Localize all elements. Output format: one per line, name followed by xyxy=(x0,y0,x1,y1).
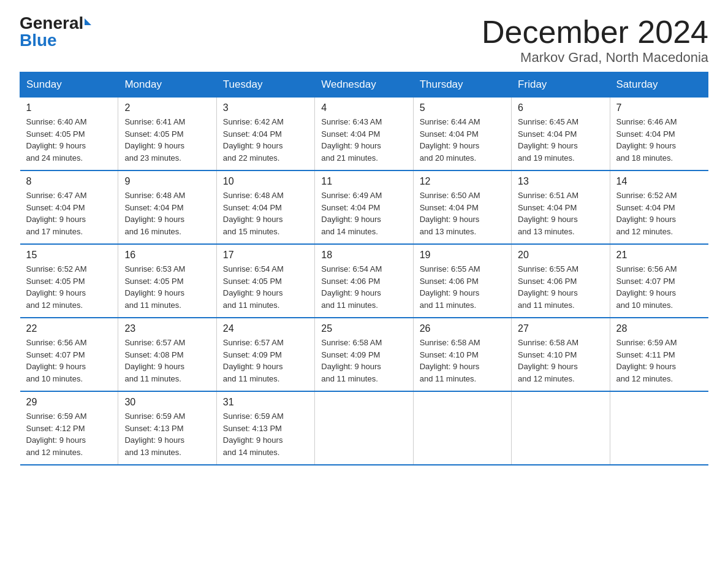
table-row: 19 Sunrise: 6:55 AM Sunset: 4:06 PM Dayl… xyxy=(413,244,511,318)
header-friday: Friday xyxy=(512,72,610,98)
logo-arrow-icon xyxy=(85,18,91,25)
day-number: 7 xyxy=(616,102,702,113)
day-number: 10 xyxy=(223,176,308,187)
day-number: 23 xyxy=(124,323,210,334)
day-info: Sunrise: 6:51 AM Sunset: 4:04 PM Dayligh… xyxy=(518,190,603,237)
table-row: 9 Sunrise: 6:48 AM Sunset: 4:04 PM Dayli… xyxy=(118,170,216,244)
table-row: 22 Sunrise: 6:56 AM Sunset: 4:07 PM Dayl… xyxy=(20,318,118,391)
header-thursday: Thursday xyxy=(413,72,511,98)
day-number: 13 xyxy=(518,176,603,187)
day-number: 27 xyxy=(518,323,603,334)
day-number: 26 xyxy=(420,323,505,334)
day-info: Sunrise: 6:55 AM Sunset: 4:06 PM Dayligh… xyxy=(518,263,603,311)
day-info: Sunrise: 6:40 AM Sunset: 4:05 PM Dayligh… xyxy=(26,116,112,164)
day-info: Sunrise: 6:44 AM Sunset: 4:04 PM Dayligh… xyxy=(420,116,505,164)
header-sunday: Sunday xyxy=(20,72,118,98)
day-number: 22 xyxy=(26,323,112,334)
day-info: Sunrise: 6:58 AM Sunset: 4:09 PM Dayligh… xyxy=(321,337,406,385)
day-info: Sunrise: 6:56 AM Sunset: 4:07 PM Dayligh… xyxy=(616,263,702,311)
day-info: Sunrise: 6:59 AM Sunset: 4:13 PM Dayligh… xyxy=(124,410,210,458)
table-row: 4 Sunrise: 6:43 AM Sunset: 4:04 PM Dayli… xyxy=(315,98,413,171)
day-number: 11 xyxy=(321,176,406,187)
day-info: Sunrise: 6:47 AM Sunset: 4:04 PM Dayligh… xyxy=(26,190,112,237)
calendar-week-row: 8 Sunrise: 6:47 AM Sunset: 4:04 PM Dayli… xyxy=(20,170,708,244)
day-number: 17 xyxy=(223,250,308,261)
table-row: 31 Sunrise: 6:59 AM Sunset: 4:13 PM Dayl… xyxy=(216,391,314,465)
table-row: 1 Sunrise: 6:40 AM Sunset: 4:05 PM Dayli… xyxy=(20,98,118,171)
day-number: 9 xyxy=(124,176,210,187)
day-info: Sunrise: 6:48 AM Sunset: 4:04 PM Dayligh… xyxy=(223,190,308,237)
table-row xyxy=(315,391,413,465)
day-number: 20 xyxy=(518,250,603,261)
table-row: 6 Sunrise: 6:45 AM Sunset: 4:04 PM Dayli… xyxy=(512,98,610,171)
day-info: Sunrise: 6:42 AM Sunset: 4:04 PM Dayligh… xyxy=(223,116,308,164)
table-row: 2 Sunrise: 6:41 AM Sunset: 4:05 PM Dayli… xyxy=(118,98,216,171)
table-row: 20 Sunrise: 6:55 AM Sunset: 4:06 PM Dayl… xyxy=(512,244,610,318)
table-row: 30 Sunrise: 6:59 AM Sunset: 4:13 PM Dayl… xyxy=(118,391,216,465)
page-header: General Blue December 2024 Markov Grad, … xyxy=(20,15,708,66)
day-number: 5 xyxy=(420,102,505,113)
table-row: 14 Sunrise: 6:52 AM Sunset: 4:04 PM Dayl… xyxy=(610,170,708,244)
day-number: 16 xyxy=(124,250,210,261)
day-info: Sunrise: 6:50 AM Sunset: 4:04 PM Dayligh… xyxy=(420,190,505,237)
day-info: Sunrise: 6:57 AM Sunset: 4:09 PM Dayligh… xyxy=(223,337,308,385)
day-info: Sunrise: 6:56 AM Sunset: 4:07 PM Dayligh… xyxy=(26,337,112,385)
day-info: Sunrise: 6:54 AM Sunset: 4:05 PM Dayligh… xyxy=(223,263,308,311)
day-number: 3 xyxy=(223,102,308,113)
day-info: Sunrise: 6:59 AM Sunset: 4:13 PM Dayligh… xyxy=(223,410,308,458)
logo: General Blue xyxy=(20,15,91,49)
day-info: Sunrise: 6:57 AM Sunset: 4:08 PM Dayligh… xyxy=(124,337,210,385)
day-number: 2 xyxy=(124,102,210,113)
table-row: 12 Sunrise: 6:50 AM Sunset: 4:04 PM Dayl… xyxy=(413,170,511,244)
calendar-table: Sunday Monday Tuesday Wednesday Thursday… xyxy=(20,72,708,465)
day-number: 15 xyxy=(26,250,112,261)
day-info: Sunrise: 6:48 AM Sunset: 4:04 PM Dayligh… xyxy=(124,190,210,237)
table-row: 8 Sunrise: 6:47 AM Sunset: 4:04 PM Dayli… xyxy=(20,170,118,244)
day-number: 31 xyxy=(223,397,308,408)
calendar-header-row: Sunday Monday Tuesday Wednesday Thursday… xyxy=(20,72,708,98)
table-row: 16 Sunrise: 6:53 AM Sunset: 4:05 PM Dayl… xyxy=(118,244,216,318)
header-saturday: Saturday xyxy=(610,72,708,98)
day-number: 29 xyxy=(26,397,112,408)
table-row: 24 Sunrise: 6:57 AM Sunset: 4:09 PM Dayl… xyxy=(216,318,314,391)
day-number: 19 xyxy=(420,250,505,261)
day-info: Sunrise: 6:59 AM Sunset: 4:11 PM Dayligh… xyxy=(616,337,702,385)
logo-blue: Blue xyxy=(20,32,57,49)
table-row: 23 Sunrise: 6:57 AM Sunset: 4:08 PM Dayl… xyxy=(118,318,216,391)
day-number: 18 xyxy=(321,250,406,261)
day-info: Sunrise: 6:55 AM Sunset: 4:06 PM Dayligh… xyxy=(420,263,505,311)
table-row: 27 Sunrise: 6:58 AM Sunset: 4:10 PM Dayl… xyxy=(512,318,610,391)
day-number: 25 xyxy=(321,323,406,334)
day-info: Sunrise: 6:52 AM Sunset: 4:05 PM Dayligh… xyxy=(26,263,112,311)
day-number: 4 xyxy=(321,102,406,113)
page-subtitle: Markov Grad, North Macedonia xyxy=(482,50,708,66)
title-block: December 2024 Markov Grad, North Macedon… xyxy=(482,15,708,66)
day-info: Sunrise: 6:45 AM Sunset: 4:04 PM Dayligh… xyxy=(518,116,603,164)
logo-general: General xyxy=(20,15,83,32)
calendar-week-row: 15 Sunrise: 6:52 AM Sunset: 4:05 PM Dayl… xyxy=(20,244,708,318)
day-number: 6 xyxy=(518,102,603,113)
header-tuesday: Tuesday xyxy=(216,72,314,98)
table-row: 21 Sunrise: 6:56 AM Sunset: 4:07 PM Dayl… xyxy=(610,244,708,318)
day-info: Sunrise: 6:53 AM Sunset: 4:05 PM Dayligh… xyxy=(124,263,210,311)
day-number: 24 xyxy=(223,323,308,334)
header-monday: Monday xyxy=(118,72,216,98)
day-info: Sunrise: 6:52 AM Sunset: 4:04 PM Dayligh… xyxy=(616,190,702,237)
table-row: 5 Sunrise: 6:44 AM Sunset: 4:04 PM Dayli… xyxy=(413,98,511,171)
calendar-week-row: 29 Sunrise: 6:59 AM Sunset: 4:12 PM Dayl… xyxy=(20,391,708,465)
day-number: 30 xyxy=(124,397,210,408)
table-row: 10 Sunrise: 6:48 AM Sunset: 4:04 PM Dayl… xyxy=(216,170,314,244)
table-row: 25 Sunrise: 6:58 AM Sunset: 4:09 PM Dayl… xyxy=(315,318,413,391)
day-info: Sunrise: 6:58 AM Sunset: 4:10 PM Dayligh… xyxy=(420,337,505,385)
day-info: Sunrise: 6:54 AM Sunset: 4:06 PM Dayligh… xyxy=(321,263,406,311)
table-row: 29 Sunrise: 6:59 AM Sunset: 4:12 PM Dayl… xyxy=(20,391,118,465)
table-row: 17 Sunrise: 6:54 AM Sunset: 4:05 PM Dayl… xyxy=(216,244,314,318)
day-number: 1 xyxy=(26,102,112,113)
day-info: Sunrise: 6:46 AM Sunset: 4:04 PM Dayligh… xyxy=(616,116,702,164)
day-number: 14 xyxy=(616,176,702,187)
day-number: 12 xyxy=(420,176,505,187)
table-row xyxy=(413,391,511,465)
table-row: 26 Sunrise: 6:58 AM Sunset: 4:10 PM Dayl… xyxy=(413,318,511,391)
day-info: Sunrise: 6:58 AM Sunset: 4:10 PM Dayligh… xyxy=(518,337,603,385)
table-row: 28 Sunrise: 6:59 AM Sunset: 4:11 PM Dayl… xyxy=(610,318,708,391)
